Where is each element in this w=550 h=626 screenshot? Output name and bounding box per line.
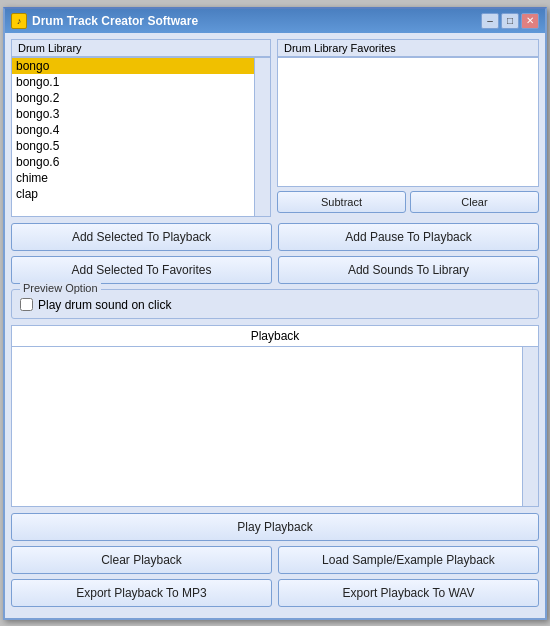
top-section: Drum Library bongobongo.1bongo.2bongo.3b…: [11, 39, 539, 217]
window-title: Drum Track Creator Software: [32, 14, 198, 28]
title-bar: ♪ Drum Track Creator Software – □ ✕: [5, 9, 545, 33]
app-icon: ♪: [11, 13, 27, 29]
drum-library-panel: Drum Library bongobongo.1bongo.2bongo.3b…: [11, 39, 271, 217]
favorites-header: Drum Library Favorites: [277, 39, 539, 57]
list-item[interactable]: bongo.5: [12, 138, 270, 154]
content-area: Drum Library bongobongo.1bongo.2bongo.3b…: [5, 33, 545, 618]
play-on-click-label[interactable]: Play drum sound on click: [38, 298, 171, 312]
preview-legend: Preview Option: [20, 282, 101, 294]
add-selected-to-playback-button[interactable]: Add Selected To Playback: [11, 223, 272, 251]
preview-option-group: Preview Option Play drum sound on click: [11, 289, 539, 319]
title-controls: – □ ✕: [481, 13, 539, 29]
drum-library-scrollbar[interactable]: [254, 58, 270, 216]
drum-library-listbox[interactable]: bongobongo.1bongo.2bongo.3bongo.4bongo.5…: [11, 57, 271, 217]
list-item[interactable]: bongo: [12, 58, 270, 74]
list-item[interactable]: chime: [12, 170, 270, 186]
clear-load-row: Clear Playback Load Sample/Example Playb…: [11, 546, 539, 574]
favorites-label: Drum Library Favorites: [284, 42, 396, 54]
export-wav-button[interactable]: Export Playback To WAV: [278, 579, 539, 607]
action-row-2: Add Selected To Favorites Add Sounds To …: [11, 256, 539, 284]
add-sounds-to-library-button[interactable]: Add Sounds To Library: [278, 256, 539, 284]
drum-library-label: Drum Library: [18, 42, 82, 54]
preview-checkbox-row: Play drum sound on click: [20, 298, 530, 312]
drum-library-header: Drum Library: [11, 39, 271, 57]
play-playback-button[interactable]: Play Playback: [11, 513, 539, 541]
export-row: Export Playback To MP3 Export Playback T…: [11, 579, 539, 607]
clear-playback-button[interactable]: Clear Playback: [11, 546, 272, 574]
title-bar-left: ♪ Drum Track Creator Software: [11, 13, 198, 29]
favorites-controls: Subtract Clear: [277, 191, 539, 213]
list-item[interactable]: clap: [12, 186, 270, 202]
play-row: Play Playback: [11, 513, 539, 541]
list-item[interactable]: bongo.3: [12, 106, 270, 122]
clear-favorites-button[interactable]: Clear: [410, 191, 539, 213]
list-item[interactable]: bongo.1: [12, 74, 270, 90]
list-item[interactable]: bongo.4: [12, 122, 270, 138]
close-button[interactable]: ✕: [521, 13, 539, 29]
add-selected-to-favorites-button[interactable]: Add Selected To Favorites: [11, 256, 272, 284]
list-item[interactable]: bongo.2: [12, 90, 270, 106]
favorites-panel: Drum Library Favorites Subtract Clear: [277, 39, 539, 217]
minimize-button[interactable]: –: [481, 13, 499, 29]
export-mp3-button[interactable]: Export Playback To MP3: [11, 579, 272, 607]
play-on-click-checkbox[interactable]: [20, 298, 33, 311]
playback-scrollbar[interactable]: [522, 347, 538, 506]
list-item[interactable]: bongo.6: [12, 154, 270, 170]
playback-listbox[interactable]: [11, 347, 539, 507]
playback-label: Playback: [11, 325, 539, 347]
add-pause-to-playback-button[interactable]: Add Pause To Playback: [278, 223, 539, 251]
subtract-button[interactable]: Subtract: [277, 191, 406, 213]
load-sample-button[interactable]: Load Sample/Example Playback: [278, 546, 539, 574]
favorites-listbox[interactable]: [277, 57, 539, 187]
maximize-button[interactable]: □: [501, 13, 519, 29]
action-row-1: Add Selected To Playback Add Pause To Pl…: [11, 223, 539, 251]
main-window: ♪ Drum Track Creator Software – □ ✕ Drum…: [3, 7, 547, 620]
